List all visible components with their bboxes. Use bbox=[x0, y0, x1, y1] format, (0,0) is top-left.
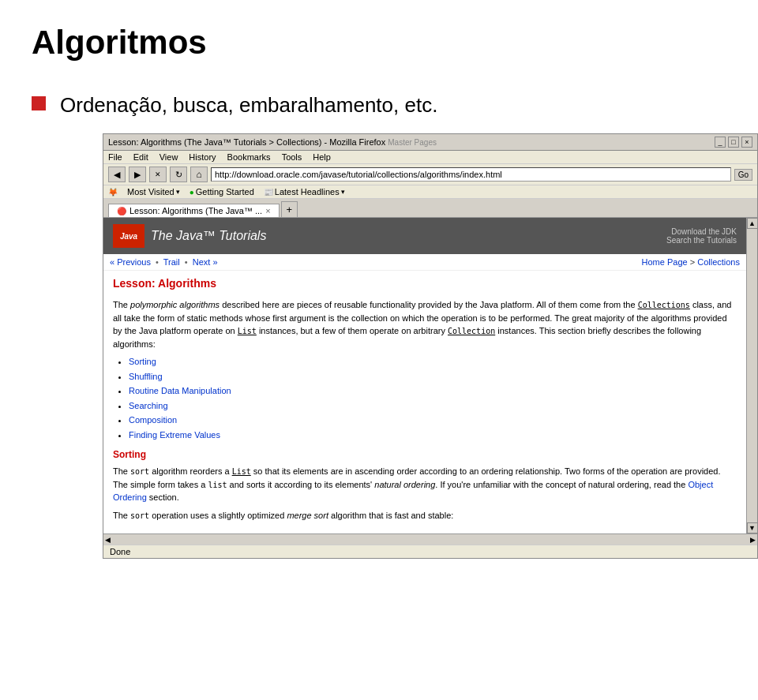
status-text: Done bbox=[110, 547, 130, 556]
java-logo: Java bbox=[113, 224, 144, 248]
list-item: Sorting bbox=[129, 355, 737, 369]
firefox-icon: 🦊 bbox=[108, 188, 118, 197]
sorting-link[interactable]: Sorting bbox=[129, 357, 156, 366]
scroll-down-button[interactable]: ▼ bbox=[747, 522, 758, 533]
bullet-item: Ordenação, busca, embaralhamento, etc. bbox=[32, 93, 726, 118]
address-bar: ◀ ▶ ✕ ↻ ⌂ Go bbox=[103, 164, 757, 185]
bullet-text: Ordenação, busca, embaralhamento, etc. bbox=[60, 93, 437, 118]
download-jdk-link[interactable]: Download the JDK bbox=[666, 227, 737, 236]
url-input[interactable] bbox=[211, 167, 731, 182]
menu-edit[interactable]: Edit bbox=[133, 152, 148, 162]
menu-history[interactable]: History bbox=[189, 152, 216, 162]
bookmark-headlines[interactable]: 📰 Latest Headlines▾ bbox=[264, 187, 345, 197]
extreme-link[interactable]: Finding Extreme Values bbox=[129, 430, 220, 440]
java-tutorials-header: Java The Java™ Tutorials Download the JD… bbox=[103, 218, 746, 254]
active-tab[interactable]: 🔴 Lesson: Algorithms (The Java™ ... × bbox=[108, 204, 280, 217]
list-item: Shuffling bbox=[129, 370, 737, 384]
list-item: Finding Extreme Values bbox=[129, 429, 737, 442]
menu-bar: File Edit View History Bookmarks Tools H… bbox=[103, 151, 757, 164]
go-button[interactable]: Go bbox=[734, 169, 752, 181]
refresh-button[interactable]: ↻ bbox=[170, 167, 187, 182]
scrollbar[interactable]: ▲ ▼ bbox=[746, 218, 757, 533]
menu-file[interactable]: File bbox=[108, 152, 122, 162]
forward-button[interactable]: ▶ bbox=[129, 167, 146, 182]
menu-tools[interactable]: Tools bbox=[282, 152, 302, 162]
bookmark-getting-started[interactable]: ● Getting Started bbox=[190, 187, 254, 197]
new-tab-button[interactable]: + bbox=[281, 201, 298, 217]
java-header-links: Download the JDK Search the Tutorials bbox=[666, 227, 737, 245]
scroll-track[interactable] bbox=[748, 229, 757, 522]
bookmark-most-visited[interactable]: Most Visited▾ bbox=[127, 187, 180, 197]
tabs-bar: 🔴 Lesson: Algorithms (The Java™ ... × + bbox=[103, 199, 757, 218]
next-link[interactable]: Next » bbox=[193, 257, 218, 267]
tab-close-icon[interactable]: × bbox=[265, 206, 270, 215]
java-tutorials-title: The Java™ Tutorials bbox=[151, 229, 266, 243]
trail-link[interactable]: Trail bbox=[163, 257, 180, 267]
java-logo-area: Java The Java™ Tutorials bbox=[113, 224, 266, 248]
sorting-para2: The sort operation uses a slightly optim… bbox=[113, 509, 737, 522]
menu-bookmarks[interactable]: Bookmarks bbox=[227, 152, 271, 162]
sorting-para1: The sort algorithm reorders a List so th… bbox=[113, 465, 737, 504]
shuffling-link[interactable]: Shuffling bbox=[129, 372, 163, 381]
bullet-icon bbox=[32, 96, 46, 110]
close-button[interactable]: × bbox=[741, 137, 752, 148]
list-code: List bbox=[238, 327, 257, 335]
searching-link[interactable]: Searching bbox=[129, 401, 168, 410]
minimize-button[interactable]: _ bbox=[715, 137, 726, 148]
scroll-right-button[interactable]: ▶ bbox=[750, 536, 756, 544]
sorting-heading: Sorting bbox=[113, 447, 737, 462]
breadcrumb-nav: « Previous • Trail • Next » Home Page > … bbox=[103, 254, 746, 271]
algorithms-list: Sorting Shuffling Routine Data Manipulat… bbox=[129, 355, 737, 441]
sort-code2: sort bbox=[130, 511, 149, 520]
list-item: Routine Data Manipulation bbox=[129, 384, 737, 398]
scroll-up-button[interactable]: ▲ bbox=[747, 218, 758, 229]
horizontal-scrollbar: ◀ ▶ bbox=[103, 533, 757, 545]
back-button[interactable]: ◀ bbox=[108, 167, 126, 182]
list-code2: List bbox=[232, 467, 251, 476]
nav-right: Home Page > Collections bbox=[642, 257, 740, 267]
collections-link[interactable]: Collections bbox=[697, 257, 740, 267]
article-body: Lesson: Algorithms The polymorphic algor… bbox=[103, 271, 746, 531]
menu-view[interactable]: View bbox=[159, 152, 178, 162]
status-bar: Done bbox=[103, 545, 757, 558]
list-code3: list bbox=[208, 481, 227, 489]
window-controls: _ □ × bbox=[715, 137, 752, 148]
list-item: Composition bbox=[129, 414, 737, 427]
collection-code: Collection bbox=[448, 327, 495, 335]
collections-code: Collections bbox=[638, 301, 690, 309]
nav-left: « Previous • Trail • Next » bbox=[110, 257, 218, 267]
intro-paragraph: The polymorphic algorithms described her… bbox=[113, 298, 737, 350]
composition-link[interactable]: Composition bbox=[129, 415, 177, 425]
stop-button[interactable]: ✕ bbox=[149, 167, 167, 182]
headlines-icon: 📰 bbox=[264, 188, 273, 197]
scroll-left-button[interactable]: ◀ bbox=[105, 536, 111, 544]
page-title: Algoritmos bbox=[32, 24, 726, 62]
tab-icon: 🔴 bbox=[117, 207, 126, 215]
title-bar: Lesson: Algorithms (The Java™ Tutorials … bbox=[103, 134, 757, 151]
getting-started-icon: ● bbox=[190, 188, 194, 197]
list-item: Searching bbox=[129, 399, 737, 413]
home-button[interactable]: ⌂ bbox=[190, 167, 208, 182]
home-page-link[interactable]: Home Page bbox=[642, 257, 688, 267]
browser-window: Lesson: Algorithms (The Java™ Tutorials … bbox=[103, 133, 758, 559]
search-tutorials-link[interactable]: Search the Tutorials bbox=[666, 236, 737, 245]
routine-link[interactable]: Routine Data Manipulation bbox=[129, 386, 231, 395]
sort-code-inline: sort bbox=[130, 467, 149, 476]
page-content: Java The Java™ Tutorials Download the JD… bbox=[103, 218, 757, 533]
bookmarks-bar: 🦊 Most Visited▾ ● Getting Started 📰 Late… bbox=[103, 185, 757, 199]
horizontal-scroll-track[interactable] bbox=[111, 536, 750, 544]
title-bar-text: Lesson: Algorithms (The Java™ Tutorials … bbox=[108, 137, 437, 147]
prev-link[interactable]: « Previous bbox=[110, 257, 151, 267]
menu-help[interactable]: Help bbox=[313, 152, 331, 162]
lesson-title: Lesson: Algorithms bbox=[113, 275, 737, 292]
maximize-button[interactable]: □ bbox=[728, 137, 739, 148]
